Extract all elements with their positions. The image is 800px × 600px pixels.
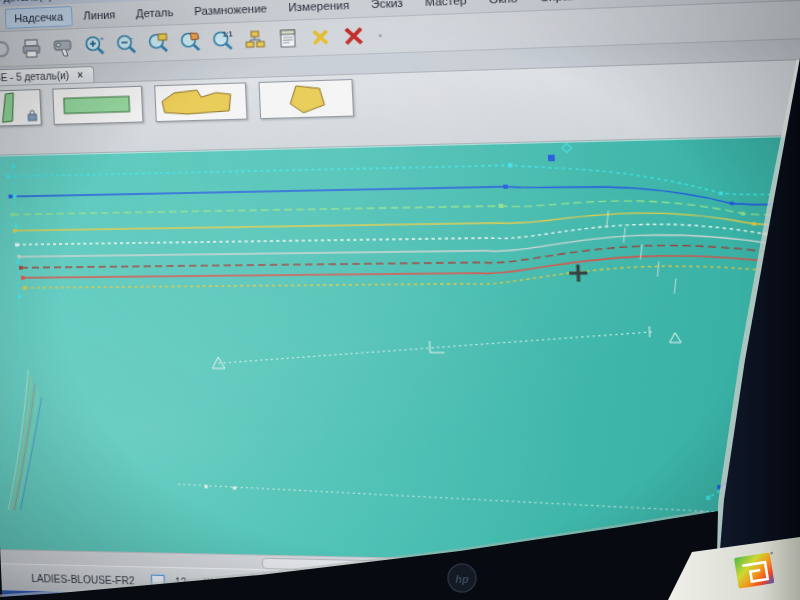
point-marker[interactable] bbox=[797, 263, 800, 267]
selected-point[interactable] bbox=[548, 155, 555, 162]
plotter-icon[interactable] bbox=[48, 32, 77, 61]
grading-size-outline-5[interactable] bbox=[18, 232, 800, 445]
point-marker[interactable] bbox=[785, 253, 789, 257]
point-marker[interactable] bbox=[13, 195, 17, 198]
status-label-1: МЕТ bbox=[235, 577, 258, 589]
point-marker[interactable] bbox=[752, 222, 756, 226]
point-marker[interactable] bbox=[12, 165, 16, 168]
monitor-screen: 5 деталь(и) - Конструктор аНадсечкаЛиния… bbox=[0, 0, 800, 600]
zoom-piece-icon[interactable] bbox=[174, 27, 204, 57]
notch-tick bbox=[657, 261, 660, 276]
point-marker[interactable] bbox=[728, 474, 732, 478]
point-marker[interactable] bbox=[23, 286, 27, 290]
piece-label bbox=[52, 124, 146, 137]
point-marker[interactable] bbox=[717, 485, 721, 489]
point-marker[interactable] bbox=[6, 175, 10, 179]
delete-yellow-x-icon[interactable] bbox=[305, 22, 336, 52]
menu-item-справка[interactable]: Справка bbox=[529, 0, 599, 8]
point-marker[interactable] bbox=[796, 409, 800, 413]
point-marker[interactable] bbox=[706, 496, 710, 500]
piece-thumbnail[interactable] bbox=[154, 82, 247, 122]
status-label-2: Прив bbox=[268, 578, 294, 590]
point-marker[interactable] bbox=[508, 163, 513, 167]
menu-item-cropped[interactable]: а bbox=[0, 9, 4, 30]
point-marker[interactable] bbox=[14, 225, 18, 228]
piece-card-use-col[interactable] bbox=[0, 89, 44, 140]
point-marker[interactable] bbox=[730, 202, 734, 206]
zoom-out-icon[interactable]: - bbox=[111, 30, 141, 60]
piece-card-use-fr[interactable] bbox=[152, 82, 250, 134]
point-marker[interactable] bbox=[205, 485, 208, 488]
point-marker[interactable] bbox=[11, 213, 15, 217]
point-marker[interactable] bbox=[233, 486, 236, 489]
point-marker[interactable] bbox=[503, 185, 508, 189]
grading-size-outline-6[interactable] bbox=[20, 243, 800, 434]
point-marker[interactable] bbox=[17, 295, 21, 298]
toggle-лекал[interactable]: Лекал bbox=[353, 577, 394, 595]
zoom-window-icon[interactable] bbox=[142, 28, 172, 58]
document-tab-label: USE - 5 деталь(и) bbox=[0, 70, 69, 84]
point-marker[interactable] bbox=[762, 442, 766, 446]
button-отображение[interactable]: Отображение bbox=[482, 581, 569, 600]
toolbar-overflow-dot bbox=[379, 33, 382, 36]
piece-thumbnail[interactable] bbox=[52, 86, 143, 125]
lock-icon bbox=[28, 110, 36, 120]
zoom-in-icon[interactable]: + bbox=[79, 31, 109, 60]
point-marker[interactable] bbox=[719, 192, 723, 196]
point-marker[interactable] bbox=[16, 260, 20, 263]
point-marker[interactable] bbox=[785, 420, 789, 424]
point-marker[interactable] bbox=[741, 212, 745, 216]
piece-thumbnail[interactable] bbox=[0, 89, 42, 128]
menu-item-мастер[interactable]: Мастер bbox=[414, 0, 477, 13]
selected-point-diamond[interactable] bbox=[562, 143, 572, 152]
report-icon[interactable] bbox=[272, 23, 303, 53]
grain-line bbox=[211, 326, 683, 368]
piece-label bbox=[258, 119, 357, 132]
menu-item-эскиз[interactable]: Эскиз bbox=[361, 0, 413, 15]
button-сетка[interactable]: Сетка bbox=[637, 584, 689, 600]
horizontal-scrollbar-thumb[interactable] bbox=[435, 564, 496, 571]
pieces-scheme-icon[interactable] bbox=[239, 25, 270, 55]
menu-item-деталь[interactable]: Деталь bbox=[126, 1, 183, 24]
printer-icon[interactable] bbox=[17, 33, 46, 62]
delete-red-x-icon[interactable] bbox=[338, 21, 370, 51]
size-selector[interactable]: 12 ▾ bbox=[175, 576, 194, 588]
point-marker[interactable] bbox=[740, 464, 744, 468]
point-marker[interactable] bbox=[21, 276, 25, 280]
point-marker[interactable] bbox=[751, 453, 755, 457]
menu-item-измерения[interactable]: Измерения bbox=[278, 0, 359, 18]
piece-thumbnail[interactable] bbox=[259, 79, 355, 119]
size-value: 12 bbox=[175, 576, 187, 588]
point-marker[interactable] bbox=[8, 195, 12, 199]
menu-item-надсечка[interactable]: Надсечка bbox=[5, 6, 73, 29]
canvas-row bbox=[0, 132, 800, 570]
point-marker[interactable] bbox=[19, 266, 23, 270]
zoom-1to1-icon[interactable]: 1:1 bbox=[207, 26, 238, 56]
pattern-canvas[interactable] bbox=[0, 132, 800, 570]
notch-tick bbox=[606, 210, 609, 225]
grading-size-outline-7[interactable] bbox=[22, 253, 800, 422]
piece-card-use-cuff[interactable] bbox=[50, 86, 146, 137]
undo-icon[interactable] bbox=[0, 35, 15, 64]
sleeve-marks bbox=[747, 308, 800, 338]
toggle-точн[interactable]: Точн bbox=[404, 579, 439, 597]
point-marker[interactable] bbox=[763, 232, 767, 236]
tab-close-icon[interactable]: × bbox=[77, 69, 83, 80]
grading-size-outline-3[interactable] bbox=[14, 209, 800, 468]
svg-text:-: - bbox=[130, 33, 133, 42]
point-marker[interactable] bbox=[499, 204, 504, 208]
menu-item-линия[interactable]: Линия bbox=[74, 4, 125, 26]
notch-tick bbox=[623, 227, 626, 242]
status-checkbox[interactable] bbox=[151, 574, 165, 588]
point-marker[interactable] bbox=[774, 243, 778, 247]
toggle-сетка[interactable]: Сетка bbox=[303, 576, 343, 594]
menu-item-размножение[interactable]: Размножение bbox=[184, 0, 277, 22]
pattern-drawing bbox=[0, 134, 800, 571]
menu-item-окно[interactable]: Окно bbox=[478, 0, 528, 10]
grading-size-outline-2[interactable] bbox=[12, 196, 800, 479]
piece-label bbox=[154, 122, 250, 135]
grading-size-outline-8[interactable] bbox=[24, 264, 800, 411]
piece-card-use-sl[interactable] bbox=[256, 79, 356, 132]
point-marker[interactable] bbox=[773, 431, 777, 435]
button-швы[interactable]: Швы bbox=[580, 583, 626, 600]
